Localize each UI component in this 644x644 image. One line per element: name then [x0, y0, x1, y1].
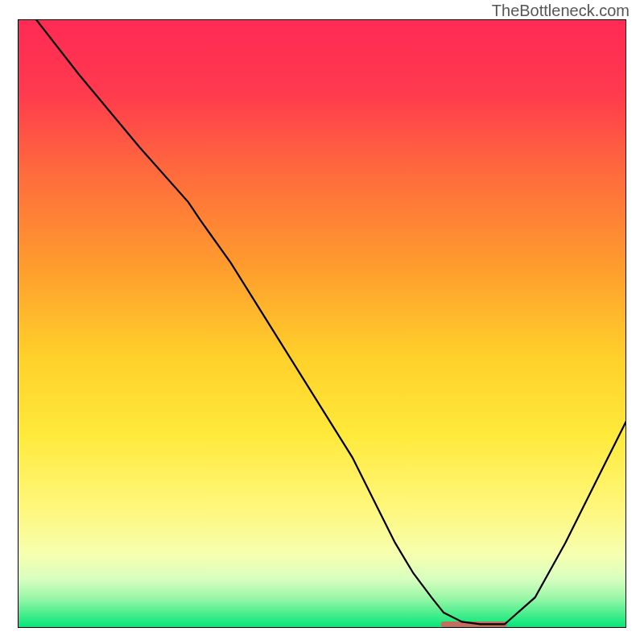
- chart-svg: [18, 19, 626, 628]
- attribution-text: TheBottleneck.com: [492, 2, 630, 20]
- plot-area: [18, 19, 626, 628]
- chart-container: TheBottleneck.com: [0, 0, 644, 644]
